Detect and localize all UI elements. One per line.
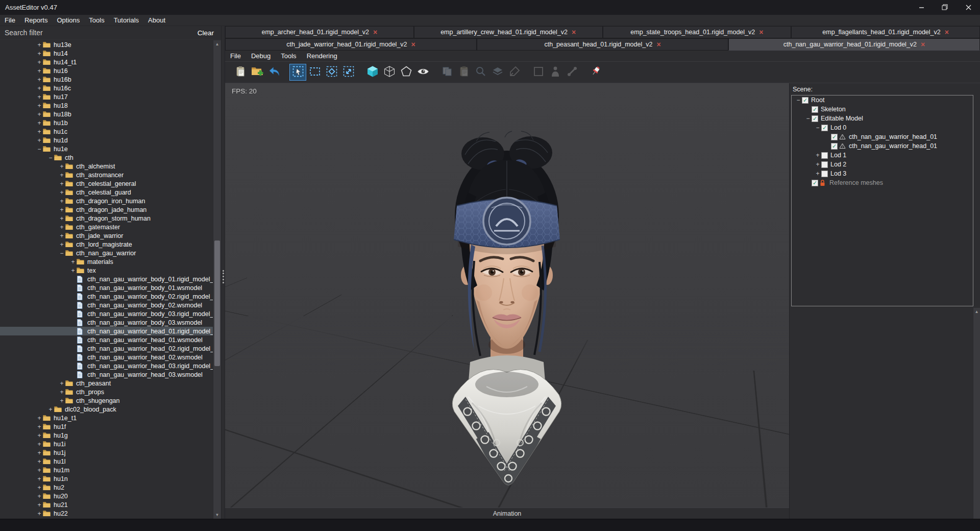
expander-icon[interactable]: + [58, 163, 65, 170]
file-tree-item[interactable]: cth_nan_gau_warrior_body_01.rigid_model_… [0, 275, 213, 283]
scene-scroll-up-icon[interactable]: ▲ [973, 308, 980, 316]
menubar-item-options[interactable]: Options [52, 16, 84, 24]
expander-icon[interactable]: + [58, 397, 65, 404]
file-tree-item[interactable]: +hu14 [0, 49, 213, 58]
file-tree-item[interactable]: +cth_props [0, 388, 213, 396]
visibility-checkbox[interactable] [821, 161, 828, 168]
tab-cth_nan_gau_warrior_head_01.rigid_model_v2[interactable]: cth_nan_gau_warrior_head_01.rigid_model_… [728, 38, 980, 51]
expander-icon[interactable]: + [36, 484, 43, 491]
file-tree-item[interactable]: +cth_dragon_iron_human [0, 197, 213, 205]
expander-icon[interactable]: + [36, 441, 43, 448]
expander-icon[interactable]: + [58, 232, 65, 239]
expander-icon[interactable]: + [58, 389, 65, 396]
visibility-checkbox[interactable] [821, 171, 828, 177]
tab-emp_archer_head_01.rigid_model_v2[interactable]: emp_archer_head_01.rigid_model_v2× [225, 26, 414, 38]
file-tree-item[interactable]: cth_nan_gau_warrior_head_03.rigid_model_… [0, 361, 213, 370]
expander-icon[interactable]: + [58, 189, 65, 196]
tab-emp_state_troops_head_01.rigid_model_v2[interactable]: emp_state_troops_head_01.rigid_model_v2× [603, 26, 792, 38]
file-tree-item[interactable]: cth_nan_gau_warrior_body_01.wsmodel [0, 283, 213, 292]
search-input[interactable] [0, 26, 190, 39]
visibility-checkbox[interactable]: ✓ [802, 97, 808, 104]
scene-node[interactable]: −✓Root [792, 95, 973, 105]
tab-emp_flagellants_head_01.rigid_model_v2[interactable]: emp_flagellants_head_01.rigid_model_v2× [791, 26, 980, 38]
expander-icon[interactable]: + [36, 493, 43, 500]
character-model-head[interactable] [415, 130, 599, 503]
expander-icon[interactable]: + [36, 510, 43, 517]
scroll-up-icon[interactable]: ▲ [213, 40, 221, 48]
expander-icon[interactable]: + [69, 267, 77, 274]
file-tree-item[interactable]: cth_nan_gau_warrior_head_02.wsmodel [0, 353, 213, 361]
expander-icon[interactable]: + [58, 224, 65, 231]
tab-cth_peasant_head_01.rigid_model_v2[interactable]: cth_peasant_head_01.rigid_model_v2× [477, 38, 728, 51]
file-tree-item[interactable]: +hu1e_t1 [0, 414, 213, 422]
file-tree-item[interactable]: +cth_dragon_storm_human [0, 214, 213, 223]
visibility-checkbox[interactable]: ✓ [812, 115, 818, 122]
file-tree-item[interactable]: cth_nan_gau_warrior_body_03.rigid_model_… [0, 309, 213, 318]
file-tree-item[interactable]: cth_nan_gau_warrior_body_02.rigid_model_… [0, 292, 213, 301]
expander-icon[interactable]: + [814, 152, 821, 159]
scene-node[interactable]: −✓Lod 0 [792, 123, 973, 132]
visibility-checkbox[interactable]: ✓ [812, 180, 818, 186]
file-tree-item[interactable]: +cth_lord_magistrate [0, 240, 213, 249]
toolbar-paste-button[interactable] [232, 64, 248, 80]
close-button[interactable] [957, 0, 980, 15]
file-tree-item[interactable]: +cth_celestial_guard [0, 188, 213, 197]
file-tree-item[interactable]: +dlc02_blood_pack [0, 405, 213, 414]
expander-icon[interactable]: + [36, 449, 43, 456]
visibility-checkbox[interactable]: ✓ [821, 125, 828, 131]
editor-menu-rendering[interactable]: Rendering [302, 52, 342, 60]
file-tree-item[interactable]: cth_nan_gau_warrior_head_03.wsmodel [0, 370, 213, 379]
editor-menu-file[interactable]: File [225, 52, 246, 60]
tab-close-icon[interactable]: × [945, 29, 949, 36]
visibility-checkbox[interactable]: ✓ [831, 134, 838, 140]
expander-icon[interactable]: + [814, 170, 821, 177]
expander-icon[interactable]: − [814, 124, 821, 131]
visibility-checkbox[interactable]: ✓ [831, 143, 838, 150]
scene-node[interactable]: +Lod 3 [792, 169, 973, 178]
file-tree-item[interactable]: +cth_gatemaster [0, 223, 213, 231]
visibility-checkbox[interactable]: ✓ [812, 106, 818, 113]
menubar-item-tools[interactable]: Tools [84, 16, 109, 24]
menubar-item-reports[interactable]: Reports [20, 16, 53, 24]
tab-close-icon[interactable]: × [411, 41, 415, 48]
expander-icon[interactable]: + [36, 41, 43, 49]
expander-icon[interactable]: + [36, 501, 43, 509]
expander-icon[interactable]: − [795, 96, 802, 104]
tab-close-icon[interactable]: × [572, 29, 576, 36]
file-tree-item[interactable]: +tex [0, 266, 213, 275]
file-tree-item[interactable]: +hu16 [0, 66, 213, 75]
file-tree-item[interactable]: +hu1f [0, 422, 213, 431]
expander-icon[interactable]: + [58, 380, 65, 387]
file-tree-item[interactable]: −cth [0, 153, 213, 162]
expander-icon[interactable]: + [58, 206, 65, 213]
expander-icon[interactable]: + [58, 198, 65, 205]
tab-close-icon[interactable]: × [373, 29, 377, 36]
expander-icon[interactable]: + [58, 180, 65, 187]
expander-icon[interactable]: + [36, 458, 43, 465]
file-tree-item[interactable]: +hu1n [0, 474, 213, 483]
file-tree-item[interactable]: +cth_alchemist [0, 162, 213, 171]
expander-icon[interactable]: + [36, 111, 43, 118]
file-tree-item[interactable]: cth_nan_gau_warrior_head_01.wsmodel [0, 335, 213, 344]
expander-icon[interactable]: + [36, 119, 43, 127]
expander-icon[interactable]: + [47, 406, 54, 413]
toolbar-undo-button[interactable] [266, 64, 282, 80]
expander-icon[interactable]: − [47, 154, 54, 161]
scene-node[interactable]: +Lod 1 [792, 151, 973, 160]
tab-emp_artillery_crew_head_01.rigid_model_v2[interactable]: emp_artillery_crew_head_01.rigid_model_v… [414, 26, 603, 38]
file-tree-item[interactable]: +cth_astromancer [0, 171, 213, 179]
file-tree-item[interactable]: +cth_shugengan [0, 396, 213, 405]
file-tree-item[interactable]: +hu14_t1 [0, 58, 213, 66]
expander-icon[interactable]: + [36, 137, 43, 144]
file-tree-item[interactable]: +hu22 [0, 509, 213, 518]
scene-node[interactable]: ✓cth_nan_gau_warrior_head_01 [792, 141, 973, 151]
file-tree-item[interactable]: +hu16c [0, 84, 213, 92]
file-tree-item[interactable]: +hu13e [0, 40, 213, 49]
file-tree-item[interactable]: cth_nan_gau_warrior_body_03.wsmodel [0, 318, 213, 327]
file-tree-item[interactable]: +hu1i [0, 440, 213, 448]
toolbar-select-vertex-button[interactable] [324, 64, 339, 80]
file-tree-item[interactable]: −cth_nan_gau_warrior [0, 249, 213, 257]
visibility-checkbox[interactable] [821, 152, 828, 159]
tab-close-icon[interactable]: × [759, 29, 763, 36]
clear-button[interactable]: Clear [190, 29, 221, 37]
